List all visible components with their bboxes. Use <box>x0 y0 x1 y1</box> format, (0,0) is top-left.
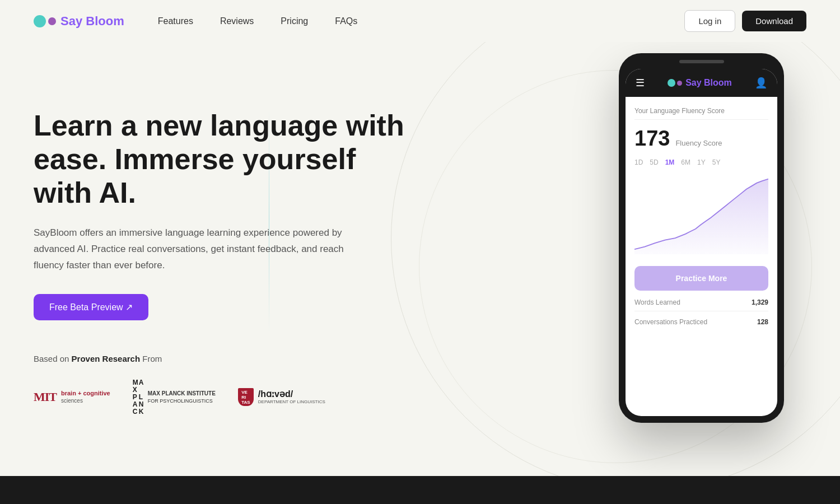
nav-actions: Log in Download <box>684 10 806 32</box>
filter-5d[interactable]: 5D <box>650 158 658 166</box>
phone-circle-green <box>668 79 675 87</box>
user-icon: 👤 <box>755 77 767 89</box>
fluency-label: Your Language Fluency Score <box>634 107 768 115</box>
hero-section: Learn a new language with ease. Immerse … <box>0 42 840 501</box>
harvard-shield: VERITAS <box>238 388 254 406</box>
phone-logo-say: Say <box>685 78 701 87</box>
hero-left: Learn a new language with ease. Immerse … <box>34 76 414 415</box>
words-learned-label: Words Learned <box>634 298 680 306</box>
logo-bloom: Bloom <box>86 14 124 28</box>
harvard-text-group: /hɑːvəd/ Department of Linguistics <box>258 389 325 405</box>
stat-divider <box>634 311 768 311</box>
score-sublabel: Fluency Score <box>675 139 722 147</box>
score-row: 173 Fluency Score <box>634 127 768 151</box>
phone-mockup: ☰ Say Bloom 👤 Your Language Fluen <box>619 53 784 423</box>
logo[interactable]: Say Bloom <box>34 14 124 29</box>
phone-shell: ☰ Say Bloom 👤 Your Language Fluen <box>619 53 784 423</box>
phone-circle-purple <box>677 81 682 86</box>
stat-conversations: Conversations Practiced 128 <box>634 318 768 326</box>
footer-bar <box>0 476 840 504</box>
filter-5y[interactable]: 5Y <box>712 158 721 166</box>
phone-content: Your Language Fluency Score 173 Fluency … <box>626 97 777 340</box>
practice-button[interactable]: Practice More <box>634 266 768 291</box>
cta-button[interactable]: Free Beta Preview ↗ <box>34 294 148 320</box>
mit-text: MIT <box>34 390 57 404</box>
harvard-dept: Department of Linguistics <box>258 399 325 405</box>
fluency-chart <box>634 174 768 258</box>
harvard-phonetic: /hɑːvəd/ <box>258 389 325 399</box>
chart-svg <box>634 174 768 258</box>
navbar: Say Bloom Features Reviews Pricing FAQs … <box>0 0 840 42</box>
words-learned-value: 1,329 <box>752 298 768 306</box>
score-number: 173 <box>634 127 670 151</box>
phone-logo-circles <box>668 79 682 87</box>
logo-circles <box>34 15 56 27</box>
mit-logo: MIT brain + cognitive sciences <box>34 390 110 404</box>
filter-1m[interactable]: 1M <box>665 158 675 166</box>
logo-say: Say <box>60 14 82 28</box>
nav-reviews[interactable]: Reviews <box>220 16 254 26</box>
phone-logo: Say Bloom <box>668 78 732 88</box>
conversations-value: 128 <box>757 318 768 326</box>
research-section: Based on Proven Research From MIT brain … <box>34 354 414 415</box>
menu-icon: ☰ <box>636 77 645 89</box>
time-filters: 1D 5D 1M 6M 1Y 5Y <box>634 158 768 166</box>
mp-letters: MA X PL AN CK <box>133 379 144 415</box>
phone-screen: ☰ Say Bloom 👤 Your Language Fluen <box>626 69 777 416</box>
stat-words: Words Learned 1,329 <box>634 298 768 306</box>
research-suffix: From <box>142 354 162 363</box>
harvard-logo: VERITAS /hɑːvəd/ Department of Linguisti… <box>238 388 325 406</box>
max-planck-logo: MA X PL AN CK MAX PLANCK INSTITUTE FOR P… <box>133 379 216 415</box>
nav-pricing[interactable]: Pricing <box>281 16 308 26</box>
filter-6m[interactable]: 6M <box>681 158 690 166</box>
logo-circle-purple <box>48 17 56 25</box>
mp-text: MAX PLANCK INSTITUTE FOR PSYCHOLINGUISTI… <box>148 390 216 405</box>
phone-notch <box>679 60 724 63</box>
phone-header: ☰ Say Bloom 👤 <box>626 69 777 97</box>
filter-1d[interactable]: 1D <box>634 158 643 166</box>
phone-logo-bloom: Bloom <box>704 78 732 87</box>
phone-logo-text: Say Bloom <box>685 78 732 88</box>
research-bold: Proven Research <box>72 354 141 363</box>
nav-features[interactable]: Features <box>158 16 193 26</box>
nav-faqs[interactable]: FAQs <box>335 16 357 26</box>
conversations-label: Conversations Practiced <box>634 318 707 326</box>
download-button[interactable]: Download <box>742 11 806 31</box>
logo-text: Say Bloom <box>60 14 124 29</box>
logo-circle-green <box>34 15 46 27</box>
mit-brain-text: brain + cognitive sciences <box>61 390 110 404</box>
research-logos: MIT brain + cognitive sciences MA X PL A… <box>34 379 414 415</box>
login-button[interactable]: Log in <box>684 10 735 32</box>
divider <box>634 119 768 120</box>
research-prefix: Based on <box>34 354 69 363</box>
nav-links: Features Reviews Pricing FAQs <box>158 16 685 26</box>
hero-description: SayBloom offers an immersive language le… <box>34 225 347 274</box>
hero-heading: Learn a new language with ease. Immerse … <box>34 109 414 209</box>
filter-1y[interactable]: 1Y <box>697 158 706 166</box>
research-label: Based on Proven Research From <box>34 354 414 363</box>
